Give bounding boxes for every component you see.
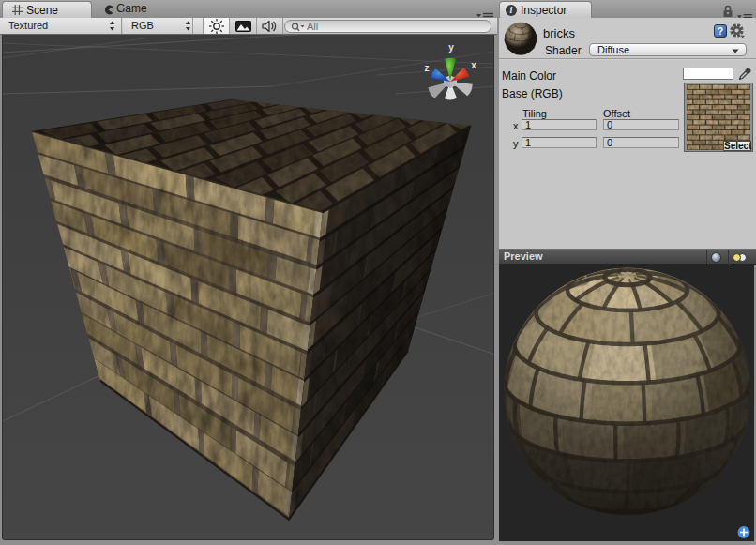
svg-text:?: ? [718,26,723,37]
